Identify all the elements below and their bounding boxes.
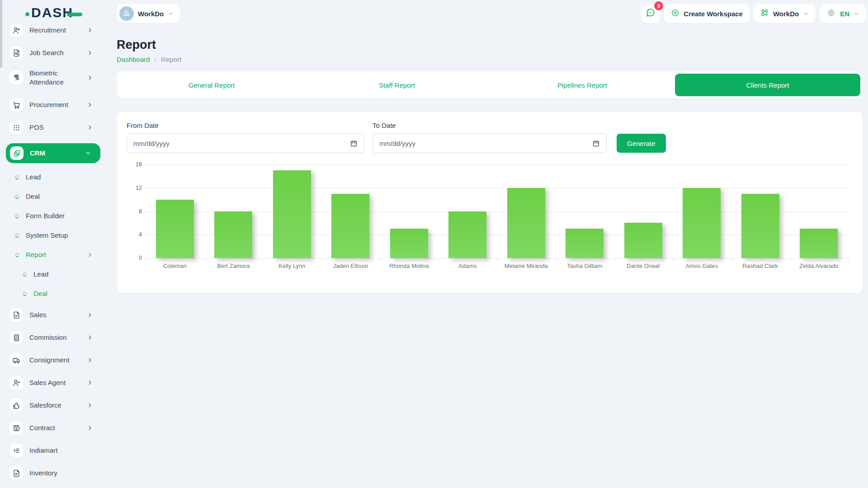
x-axis-category-label: Kelly Lynn: [263, 263, 321, 269]
chevron-down-icon: [803, 11, 809, 17]
x-axis-category-label: Bert Zamora: [204, 263, 263, 269]
sidebar-item-sales-agent[interactable]: Sales Agent: [0, 376, 104, 389]
sidebar-item-consignment[interactable]: Consignment: [0, 353, 104, 367]
bar-rhonda-molina[interactable]: [390, 229, 428, 258]
sidebar-item-inventory[interactable]: Inventory: [0, 466, 104, 480]
sidebar-item-deal[interactable]: Deal: [0, 192, 104, 202]
language-selector[interactable]: EN: [820, 4, 866, 23]
sidebar-item-label: Contract: [29, 423, 55, 432]
bar-zelda-alvarado[interactable]: [800, 229, 838, 258]
sidebar-item-sales[interactable]: Sales: [0, 308, 104, 322]
sidebar-item-label: Inventory: [29, 469, 57, 478]
chevron-right-icon: [87, 252, 93, 258]
chevron-down-icon: [854, 11, 859, 17]
sidebar-item-deal[interactable]: Deal: [0, 289, 104, 299]
bullet-icon: [15, 253, 19, 257]
sidebar-item-commission[interactable]: Commission: [0, 331, 104, 344]
sidebar-item-procurement[interactable]: Procurement: [0, 98, 104, 112]
sidebar-item-contract[interactable]: Contract: [0, 421, 104, 435]
bar-rashad-clark[interactable]: [741, 194, 779, 258]
chevron-right-icon: [87, 27, 93, 33]
to-date-input[interactable]: mm/dd/yyyy: [373, 133, 607, 153]
chevron-down-icon: [85, 150, 91, 156]
workspace-menu-label: WorkDo: [773, 10, 799, 18]
chevron-right-icon: [87, 312, 93, 318]
x-axis-category-label: Tasha Gilliam: [556, 263, 614, 269]
bar-kelly-lynn[interactable]: [273, 170, 311, 258]
from-date-input[interactable]: mm/dd/yyyy: [127, 133, 364, 153]
bar-melanie-miranda[interactable]: [507, 188, 545, 258]
sidebar-item-report[interactable]: Report: [0, 250, 104, 260]
sidebar-item-pos[interactable]: POS: [0, 121, 104, 134]
x-axis-tickmark: [790, 258, 790, 261]
sidebar-item-indiamart[interactable]: Indiamart: [0, 444, 104, 457]
y-axis-tick-label: 16: [127, 161, 142, 168]
sidebar-item-salesforce[interactable]: Salesforce: [0, 399, 104, 412]
tab-general-report[interactable]: General Report: [119, 74, 304, 96]
generate-button[interactable]: Generate: [617, 134, 666, 153]
calendar-icon[interactable]: [350, 140, 358, 147]
bar-dante-oneal[interactable]: [624, 223, 662, 258]
x-axis-category-label: Adams: [439, 263, 497, 269]
calculator-icon: [9, 331, 23, 344]
sidebar-item-label: Biometric Attendance: [29, 69, 80, 86]
x-axis-category-label: Zelda Alvarado: [790, 263, 849, 269]
tab-clients-report[interactable]: Clients Report: [675, 74, 860, 96]
gridline-y12: [146, 188, 848, 188]
bar-jaden-ellison[interactable]: [331, 194, 369, 258]
tab-staff-report[interactable]: Staff Report: [304, 74, 490, 96]
sidebar-item-lead[interactable]: Lead: [0, 172, 104, 182]
report-tabs: General ReportStaff ReportPipelines Repo…: [117, 71, 863, 99]
tab-pipelines-report[interactable]: Pipelines Report: [490, 74, 675, 96]
chevron-right-icon: [87, 75, 93, 81]
bar-amos-gates[interactable]: [683, 188, 721, 258]
sidebar-nav: RecruitmentJob SearchBiometric Attendanc…: [0, 23, 104, 488]
report-panel: From Date mm/dd/yyyy To Date mm/dd/yyyy …: [117, 112, 863, 293]
x-axis-tickmark: [321, 258, 322, 261]
calendar-icon[interactable]: [592, 140, 600, 147]
sidebar-item-job-search[interactable]: Job Search: [0, 46, 104, 60]
sidebar-item-biometric-attendance[interactable]: Biometric Attendance: [0, 69, 104, 86]
bullet-icon: [23, 272, 27, 277]
app-logo[interactable]: DASH: [25, 6, 82, 19]
create-workspace-button[interactable]: Create Workspace: [664, 4, 750, 23]
bullet-icon: [15, 175, 19, 179]
x-axis-category-label: Coleman: [146, 263, 204, 269]
sidebar-item-label: Salesforce: [29, 401, 61, 410]
main-content: Report Dashboard › Report General Report…: [104, 28, 868, 488]
sidebar-item-crm[interactable]: CRM: [6, 143, 100, 163]
sidebar-scrollbar[interactable]: [0, 0, 2, 68]
fingerprint-icon: [9, 71, 23, 84]
x-axis-tickmark: [380, 258, 380, 261]
language-label: EN: [840, 10, 849, 18]
x-axis-tickmark: [614, 258, 614, 261]
bar-bert-zamora[interactable]: [214, 211, 252, 258]
bar-coleman[interactable]: [156, 200, 194, 258]
workspace-name: WorkDo: [138, 10, 164, 18]
bar-adams[interactable]: [448, 211, 486, 258]
bullet-icon: [15, 214, 19, 218]
chevron-right-icon: [87, 425, 93, 431]
messages-button[interactable]: 0: [641, 4, 660, 23]
file-icon: [9, 308, 23, 322]
sidebar-item-form-builder[interactable]: Form Builder: [0, 211, 104, 221]
chevron-right-icon: [87, 402, 93, 408]
x-axis-tickmark: [204, 258, 205, 261]
chevron-right-icon: [87, 357, 93, 363]
file-icon: [9, 466, 23, 480]
y-axis-tick-label: 0: [127, 255, 142, 261]
workspace-switcher[interactable]: WorkDo: [117, 4, 180, 23]
grid-dots-icon: [9, 121, 23, 134]
sidebar-item-lead[interactable]: Lead: [0, 269, 104, 279]
workspace-menu-button[interactable]: WorkDo: [754, 4, 816, 23]
bar-tasha-gilliam[interactable]: [566, 229, 604, 258]
breadcrumb-dashboard-link[interactable]: Dashboard: [117, 56, 150, 63]
chevron-right-icon: [87, 102, 93, 108]
breadcrumb: Dashboard › Report: [117, 56, 863, 63]
x-axis-tickmark: [146, 258, 146, 261]
x-axis-tickmark: [497, 258, 497, 261]
x-axis-tickmark: [263, 258, 263, 261]
y-axis-tick-label: 12: [127, 185, 142, 191]
sidebar-item-label: Indiamart: [29, 446, 58, 455]
sidebar-item-system-setup[interactable]: System Setup: [0, 230, 104, 240]
